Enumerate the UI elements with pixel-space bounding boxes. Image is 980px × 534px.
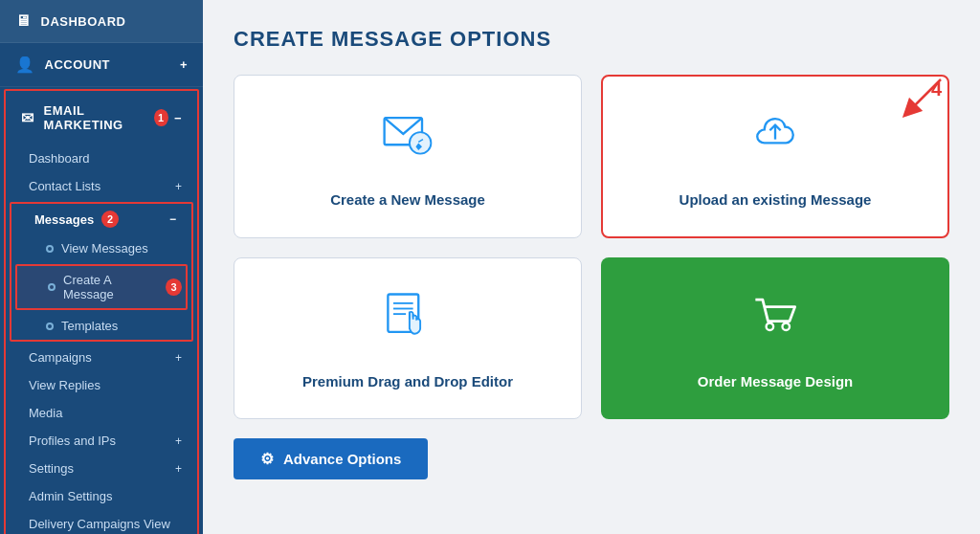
card-order-design[interactable]: Order Message Design [601,257,949,419]
expand-contact-lists: + [175,180,182,193]
sidebar-item-messages[interactable]: Messages 2 − [11,204,191,234]
expand-campaigns: + [175,351,182,365]
dot-icon-templates [46,323,54,330]
sidebar-item-campaigns[interactable]: Campaigns + [6,344,197,371]
advance-options-label: Advance Options [283,451,401,467]
sidebar-item-view-messages[interactable]: View Messages [11,234,191,262]
expand-messages: − [169,212,176,226]
sidebar-item-media[interactable]: Media [6,399,197,427]
svg-point-1 [410,132,432,154]
sidebar-label-account: ACCOUNT [45,57,111,72]
svg-point-12 [767,323,774,331]
messages-subsection: Messages 2 − View Messages Create A Mess… [10,202,193,342]
sidebar-label-admin-settings: Admin Settings [29,489,112,503]
card-new-message[interactable]: Create a New Message [234,75,582,238]
cart-icon [746,287,804,356]
sidebar-label-media: Media [29,406,62,420]
drag-editor-icon [379,287,436,356]
sidebar-item-account[interactable]: 👤 ACCOUNT + [0,43,203,87]
advance-options-button[interactable]: ⚙ Advance Options [234,438,428,479]
sidebar-item-create-message[interactable]: Create A Message 3 [17,266,186,308]
sidebar-item-create-message-wrapper: Create A Message 3 [15,264,188,310]
sidebar-label-create-message: Create A Message [63,273,160,301]
sidebar-label-delivery-campaigns: Delivery Campaigns View [29,517,170,531]
sidebar-label-templates: Templates [61,319,118,333]
cards-grid: Create a New Message 4 [234,75,949,419]
sidebar-item-view-replies[interactable]: View Replies [6,371,197,399]
sidebar: 🖥 DASHBOARD 👤 ACCOUNT + ✉ EMAIL MARKETIN… [0,0,203,534]
dot-icon [46,245,54,253]
cloud-upload-icon [746,105,804,174]
card-label-drag-drop: Premium Drag and Drop Editor [302,373,513,389]
sidebar-item-contact-lists[interactable]: Contact Lists + [6,172,197,200]
sidebar-label-dashboard: DASHBOARD [41,14,126,29]
annotation-4: 4 [931,78,942,100]
card-label-new-message: Create a New Message [330,191,485,208]
sidebar-item-email-marketing[interactable]: ✉ EMAIL MARKETING 1 − [6,91,197,145]
sidebar-item-settings[interactable]: Settings + [6,455,197,482]
gear-icon: ⚙ [260,450,274,468]
card-drag-drop[interactable]: Premium Drag and Drop Editor [234,257,582,419]
sidebar-item-delivery-campaigns[interactable]: Delivery Campaigns View [6,510,197,534]
sidebar-label-settings: Settings [29,461,74,476]
sidebar-item-admin-settings[interactable]: Admin Settings [6,482,197,510]
sidebar-label-view-replies: View Replies [29,378,100,392]
sidebar-label-messages: Messages [34,212,94,227]
expand-settings: + [175,462,182,476]
svg-point-13 [783,323,791,331]
bottom-bar: ⚙ Advance Options [234,438,949,479]
monitor-icon: 🖥 [15,12,32,30]
sidebar-item-templates[interactable]: Templates [11,312,191,340]
dot-icon-create [48,283,56,291]
email-marketing-section: ✉ EMAIL MARKETING 1 − Dashboard Contact … [4,89,199,534]
sidebar-item-em-dashboard[interactable]: Dashboard [6,145,197,172]
card-upload-message[interactable]: 4 Upload an existing Message [601,75,949,238]
expand-icon-account: + [180,57,188,72]
expand-profiles: + [175,434,182,448]
sidebar-label-contact-lists: Contact Lists [29,179,100,193]
sidebar-label-email-marketing: EMAIL MARKETING [44,103,148,132]
sidebar-label-campaigns: Campaigns [29,350,92,365]
email-edit-icon [379,105,436,174]
main-content: CREATE MESSAGE OPTIONS Create a New Mess… [203,0,980,534]
sidebar-item-dashboard[interactable]: 🖥 DASHBOARD [0,0,203,43]
sidebar-label-view-messages: View Messages [61,241,148,256]
email-icon: ✉ [21,109,34,127]
card-label-order-design: Order Message Design [698,373,854,389]
card-label-upload-message: Upload an existing Message [679,191,872,208]
badge-1: 1 [154,109,168,126]
sidebar-label-profiles-ips: Profiles and IPs [29,434,116,448]
account-icon: 👤 [15,56,35,74]
badge-2: 2 [101,211,119,228]
sidebar-item-profiles-ips[interactable]: Profiles and IPs + [6,427,197,455]
page-title: CREATE MESSAGE OPTIONS [234,27,949,52]
expand-icon-email-marketing: − [174,111,182,125]
sidebar-label-em-dashboard: Dashboard [29,151,90,166]
badge-3: 3 [166,278,182,296]
